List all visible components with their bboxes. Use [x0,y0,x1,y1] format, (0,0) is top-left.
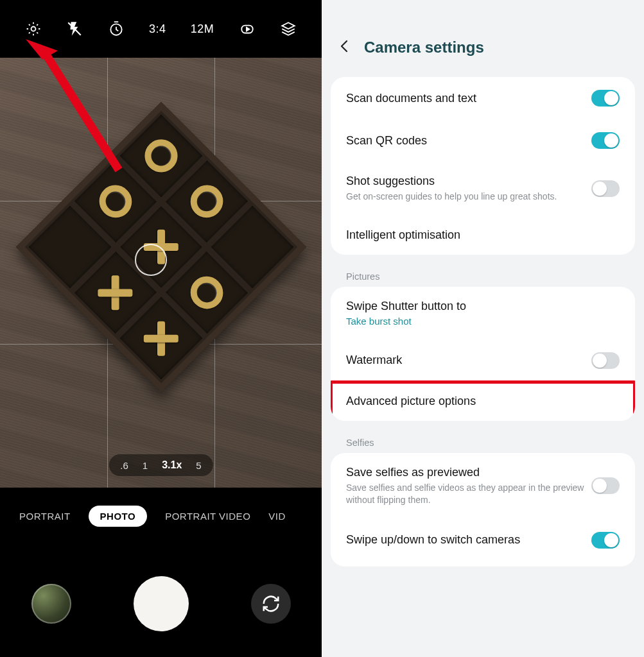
filters-icon[interactable] [280,21,297,37]
aspect-ratio-button[interactable]: 3:4 [149,22,166,36]
mode-portrait[interactable]: PORTRAIT [19,511,71,522]
camera-app: 3:4 12M [0,0,322,657]
row-label: Swipe Shutter button to [346,300,620,313]
row-swipe-switch-cameras[interactable]: Swipe up/down to switch cameras [331,519,635,567]
flash-off-icon[interactable] [66,21,83,37]
resolution-button[interactable]: 12M [191,22,214,36]
camera-top-toolbar: 3:4 12M [0,0,322,58]
settings-group-pictures: Swipe Shutter button to Take burst shot … [331,287,635,421]
page-title: Camera settings [364,38,484,56]
zoom-option[interactable]: .6 [120,460,128,471]
back-icon[interactable] [337,38,352,56]
toggle-scan-qr[interactable] [591,132,620,149]
settings-group-selfies: Save selfies as previewed Save selfies a… [331,453,635,567]
toggle-scan-documents[interactable] [591,90,620,107]
toggle-watermark[interactable] [591,352,620,369]
svg-marker-4 [246,28,248,31]
row-advanced-picture-options[interactable]: Advanced picture options [331,382,635,421]
row-scan-qr[interactable]: Scan QR codes [331,119,635,162]
row-label: Shot suggestions [346,175,591,188]
mode-photo[interactable]: PHOTO [89,506,148,527]
row-scan-documents[interactable]: Scan documents and text [331,77,635,119]
zoom-option-active[interactable]: 3.1x [162,459,182,471]
row-label: Watermark [346,354,591,367]
section-label-pictures: Pictures [322,262,644,287]
toggle-selfie-preview[interactable] [591,477,620,494]
settings-header: Camera settings [322,0,644,77]
row-watermark[interactable]: Watermark [331,339,635,382]
settings-group-main: Scan documents and text Scan QR codes Sh… [331,77,635,255]
toggle-shot-suggestions[interactable] [591,180,620,197]
row-swipe-shutter[interactable]: Swipe Shutter button to Take burst shot [331,287,635,339]
zoom-selector[interactable]: .6 1 3.1x 5 [109,454,213,476]
row-save-selfies-previewed[interactable]: Save selfies as previewed Save selfies a… [331,453,635,519]
camera-bottom-bar [0,576,322,631]
camera-mode-selector[interactable]: PORTRAIT PHOTO PORTRAIT VIDEO VID [0,498,322,534]
row-label: Intelligent optimisation [346,228,620,242]
gear-icon[interactable] [25,21,42,37]
svg-point-0 [31,27,36,31]
row-value: Take burst shot [346,316,620,327]
camera-settings-screen: Camera settings Scan documents and text … [322,0,644,657]
camera-viewfinder[interactable]: .6 1 3.1x 5 [0,58,322,488]
mode-video[interactable]: VID [268,511,286,522]
motion-photo-icon[interactable] [239,21,256,37]
section-label-selfies: Selfies [322,429,644,453]
timer-icon[interactable] [108,21,125,37]
switch-camera-button[interactable] [251,584,291,624]
shutter-button[interactable] [134,576,189,631]
row-shot-suggestions[interactable]: Shot suggestions Get on-screen guides to… [331,162,635,216]
gallery-thumbnail[interactable] [31,584,71,624]
focus-ring-icon [135,244,167,276]
zoom-option[interactable]: 5 [196,460,201,471]
row-label: Save selfies as previewed [346,466,591,479]
toggle-swipe-switch[interactable] [591,532,620,549]
row-label: Advanced picture options [346,395,620,408]
row-label: Swipe up/down to switch cameras [346,533,591,547]
row-label: Scan documents and text [346,92,591,105]
mode-portrait-video[interactable]: PORTRAIT VIDEO [165,511,250,522]
zoom-option[interactable]: 1 [143,460,148,471]
row-intelligent-optimisation[interactable]: Intelligent optimisation [331,216,635,255]
row-subtitle: Get on-screen guides to help you line up… [346,191,591,203]
row-label: Scan QR codes [346,134,591,148]
row-subtitle: Save selfies and selfie videos as they a… [346,482,591,506]
